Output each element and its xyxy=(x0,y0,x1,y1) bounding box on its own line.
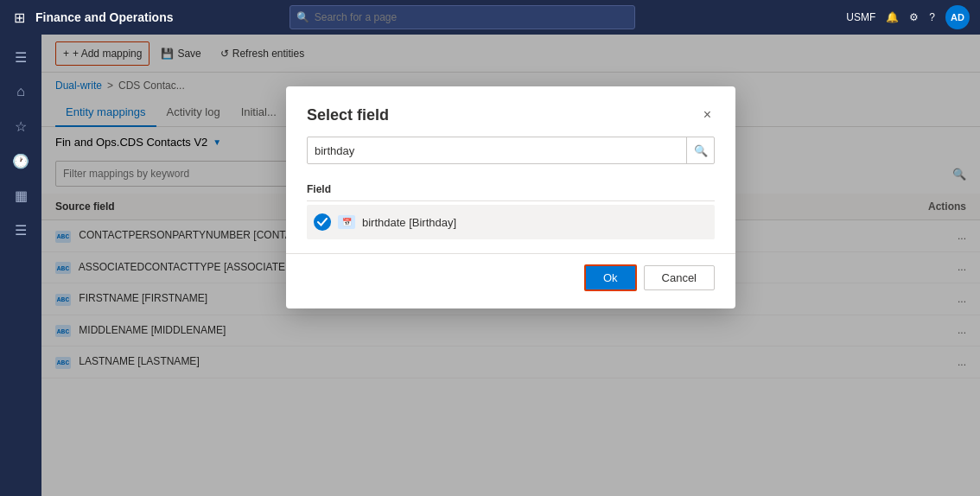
close-button[interactable]: × xyxy=(700,104,715,126)
modal-search-button[interactable]: 🔍 xyxy=(686,137,714,163)
modal-footer: Ok Cancel xyxy=(286,253,735,308)
ok-button[interactable]: Ok xyxy=(584,264,637,291)
modal-result-row[interactable]: 📅 birthdate [Birthday] xyxy=(307,205,715,239)
modal-header: Select field × xyxy=(286,86,735,137)
cancel-button[interactable]: Cancel xyxy=(644,265,715,290)
help-icon[interactable]: ? xyxy=(929,11,935,23)
modal-title: Select field xyxy=(307,106,389,124)
apps-icon[interactable]: ⊞ xyxy=(10,6,29,29)
search-input[interactable] xyxy=(290,5,635,29)
main-content: + + Add mapping 💾 Save ↺ Refresh entitie… xyxy=(41,35,980,496)
selected-check-icon xyxy=(314,213,331,231)
org-label: USMF xyxy=(846,11,875,23)
sidebar-menu-icon[interactable]: ☰ xyxy=(3,41,38,73)
sidebar-list-icon[interactable]: ☰ xyxy=(3,214,38,245)
modal-search-input[interactable] xyxy=(308,144,686,157)
sidebar: ☰ ⌂ ☆ 🕐 ▦ ☰ xyxy=(0,35,41,496)
app-title: Finance and Operations xyxy=(35,10,173,24)
avatar[interactable]: AD xyxy=(945,5,970,29)
sidebar-home-icon[interactable]: ⌂ xyxy=(3,76,38,107)
bell-icon[interactable]: 🔔 xyxy=(886,11,899,23)
topbar-right: USMF 🔔 ⚙ ? AD xyxy=(846,5,970,29)
sidebar-table-icon[interactable]: ▦ xyxy=(3,180,38,211)
topbar: ⊞ Finance and Operations 🔍 USMF 🔔 ⚙ ? AD xyxy=(0,0,980,35)
modal-body: 🔍 Field 📅 birthdate [Birthday] xyxy=(286,137,735,253)
field-result-label: birthdate [Birthday] xyxy=(362,216,456,229)
settings-icon[interactable]: ⚙ xyxy=(909,11,919,23)
field-calendar-icon: 📅 xyxy=(338,215,355,229)
modal-overlay: Select field × 🔍 Field 📅 birthdate [B xyxy=(41,35,980,496)
global-search: 🔍 xyxy=(290,5,635,29)
modal-search-box: 🔍 xyxy=(307,137,715,164)
sidebar-recent-icon[interactable]: 🕐 xyxy=(3,145,38,176)
select-field-modal: Select field × 🔍 Field 📅 birthdate [B xyxy=(286,86,735,308)
sidebar-star-icon[interactable]: ☆ xyxy=(3,111,38,142)
modal-field-column-header: Field xyxy=(307,178,715,201)
search-icon: 🔍 xyxy=(296,11,309,23)
